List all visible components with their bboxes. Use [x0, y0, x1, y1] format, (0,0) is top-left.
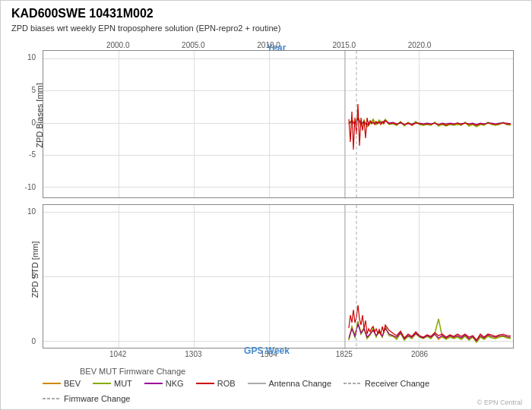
nkg-legend-line — [144, 383, 163, 384]
legend: BEV MUT NKG ROB Antenna Change Receiver … — [43, 379, 499, 403]
bev-legend-line — [43, 383, 61, 384]
firmware-legend-line — [43, 398, 61, 399]
chart-title: KAD600SWE 10431M002 — [11, 7, 154, 20]
year-tick-2005: 2005.0 — [182, 41, 205, 49]
legend-mut: MUT — [93, 379, 132, 388]
firmware-legend-label: Firmware Change — [64, 394, 130, 403]
year-tick-2010: 2010.0 — [257, 41, 280, 49]
legend-nkg: NKG — [144, 379, 184, 388]
antenna-legend-label: Antenna Change — [269, 379, 332, 388]
antenna-legend-line — [248, 383, 266, 384]
receiver-legend-line — [344, 383, 362, 384]
nkg-legend-label: NKG — [166, 379, 184, 388]
gps-week-axis-label: GPS Week — [1, 345, 532, 356]
rob-line — [349, 104, 511, 150]
receiver-legend-label: Receiver Change — [365, 379, 429, 388]
legend-antenna: Antenna Change — [248, 379, 332, 388]
mut-legend-line — [93, 383, 111, 384]
year-tick-2000: 2000.0 — [106, 41, 130, 49]
y-axis-top-ticks: 10 5 0 -5 -10 — [1, 50, 40, 198]
epn-credit: © EPN Central — [477, 399, 522, 406]
bev-mut-firmware-label: BEV MUT Firmware Change — [80, 367, 185, 376]
y-tick-top-minus10: -10 — [25, 183, 36, 191]
bottom-plot-area — [43, 204, 514, 348]
bev-std-line — [349, 323, 511, 342]
rob-legend-line — [196, 383, 214, 384]
y-tick-top-5: 5 — [31, 86, 36, 94]
y-tick-bottom-5: 5 — [31, 272, 36, 280]
mut-legend-label: MUT — [114, 379, 132, 388]
y-tick-top-minus5: -5 — [29, 150, 36, 159]
top-plot-area — [43, 50, 514, 198]
bottom-plot-svg — [43, 205, 513, 348]
chart-container: KAD600SWE 10431M002 ZPD biases wrt weekl… — [1, 1, 532, 410]
y-tick-top-0: 0 — [31, 118, 36, 127]
y-tick-bottom-0: 0 — [31, 337, 36, 345]
rob-legend-label: ROB — [217, 379, 236, 388]
bev-legend-label: BEV — [64, 379, 81, 388]
chart-subtitle: ZPD biases wrt weekly EPN troposphere so… — [11, 24, 280, 33]
y-tick-top-10: 10 — [27, 53, 36, 62]
y-tick-bottom-10: 10 — [27, 207, 36, 216]
y-axis-bottom-ticks: 10 5 0 — [1, 204, 40, 348]
legend-receiver: Receiver Change — [344, 379, 429, 388]
legend-bev: BEV — [43, 379, 81, 388]
legend-rob: ROB — [196, 379, 236, 388]
year-tick-2020: 2020.0 — [408, 41, 432, 49]
year-axis-ticks: 2000.0 2005.0 2010.0 2015.0 2020.0 — [43, 41, 514, 52]
rob-std-line — [349, 305, 511, 340]
legend-firmware: Firmware Change — [43, 394, 130, 403]
top-plot-svg — [43, 51, 513, 197]
year-tick-2015: 2015.0 — [333, 41, 356, 49]
